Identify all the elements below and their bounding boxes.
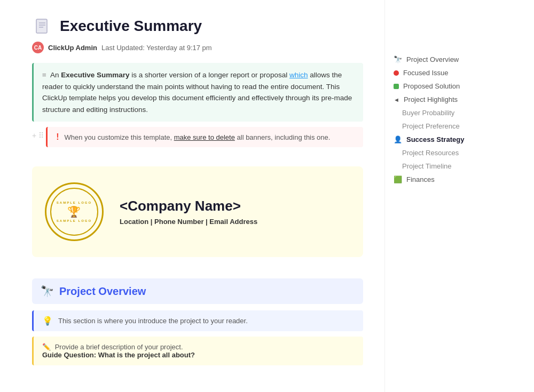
company-info: <Company Name> Location | Phone Number |…	[120, 198, 257, 226]
guide-icon: ✏️	[42, 343, 51, 351]
proposed-solution-square	[394, 84, 399, 89]
success-strategy-icon: 👤	[394, 135, 402, 143]
company-details: Location | Phone Number | Email Address	[120, 218, 257, 226]
sidebar-label-focused-issue: Focused Issue	[403, 69, 449, 77]
warning-icon: !	[56, 132, 59, 142]
author-name: ClickUp Admin	[48, 44, 97, 52]
sidebar-label-finances: Finances	[406, 175, 435, 183]
info-banner-icon: ≡	[42, 71, 46, 79]
row-drag-icon[interactable]: ⠿	[38, 131, 44, 140]
bold-text: Executive Summary	[61, 71, 129, 79]
section-header: 🔭 Project Overview	[32, 278, 363, 304]
section-note: 💡 This section is where you introduce th…	[32, 310, 363, 331]
row-add-icon[interactable]: +	[32, 131, 36, 140]
finances-icon: 🟩	[394, 175, 402, 183]
logo-text-bottom: SAMPLE LOGO	[57, 219, 92, 222]
project-overview-section: 🔭 Project Overview 💡 This section is whe…	[32, 278, 363, 365]
guide-box: ✏️ Provide a brief description of your p…	[32, 337, 363, 365]
sidebar-item-focused-issue[interactable]: Focused Issue	[390, 67, 488, 79]
sidebar-item-project-overview[interactable]: 🔭 Project Overview	[390, 53, 488, 66]
focused-issue-dot	[394, 70, 399, 76]
info-banner: ≡ An Executive Summary is a shorter vers…	[32, 63, 363, 122]
sidebar-item-project-timeline[interactable]: Project Timeline	[390, 160, 488, 172]
sidebar-item-finances[interactable]: 🟩 Finances	[390, 173, 488, 186]
sidebar-item-project-highlights[interactable]: ◄ Project Highlights	[390, 93, 488, 106]
sidebar-label-success-strategy: Success Strategy	[406, 135, 464, 143]
sidebar-label-project-resources: Project Resources	[402, 149, 459, 157]
sidebar-label-proposed-solution: Proposed Solution	[403, 82, 460, 90]
sidebar-label-project-preference: Project Preference	[402, 122, 460, 130]
section-icon: 🔭	[41, 285, 54, 298]
sidebar-item-buyer-probability[interactable]: Buyer Probability	[390, 107, 488, 119]
sidebar-label-project-highlights: Project Highlights	[404, 95, 458, 103]
sidebar-item-proposed-solution[interactable]: Proposed Solution	[390, 80, 488, 92]
sidebar: 🔭 Project Overview Focused Issue Propose…	[384, 0, 497, 392]
sidebar-label-buyer-probability: Buyer Probability	[402, 109, 454, 117]
note-text: This section is where you introduce the …	[58, 317, 248, 325]
doc-header: Executive Summary	[32, 16, 363, 36]
sidebar-label-project-overview: Project Overview	[406, 55, 459, 63]
last-updated: Last Updated: Yesterday at 9:17 pm	[101, 44, 212, 52]
logo-text-top: SAMPLE LOGO	[57, 201, 92, 204]
project-overview-icon: 🔭	[394, 55, 402, 63]
warning-banner: ! When you customize this template, make…	[46, 127, 363, 147]
guide-text: Provide a brief description of your proj…	[55, 343, 183, 351]
doc-icon	[32, 16, 52, 36]
sidebar-item-project-resources[interactable]: Project Resources	[390, 147, 488, 159]
svg-rect-0	[36, 19, 47, 33]
sidebar-label-project-timeline: Project Timeline	[402, 162, 451, 170]
note-icon: 💡	[42, 316, 53, 326]
delete-link[interactable]: make sure to delete	[174, 133, 235, 141]
warning-text: When you customize this template, make s…	[65, 133, 331, 141]
section-title: Project Overview	[59, 285, 146, 298]
avatar: CA	[32, 42, 44, 53]
company-name[interactable]: <Company Name>	[120, 198, 257, 214]
logo-crown-icon: 🏆	[67, 205, 81, 218]
which-link[interactable]: which	[289, 71, 308, 79]
company-logo: SAMPLE LOGO 🏆 SAMPLE LOGO	[45, 182, 104, 241]
page-title: Executive Summary	[60, 18, 202, 35]
project-highlights-icon: ◄	[394, 97, 399, 103]
sidebar-item-project-preference[interactable]: Project Preference	[390, 120, 488, 132]
sidebar-item-success-strategy[interactable]: 👤 Success Strategy	[390, 133, 488, 146]
guide-bold: Guide Question: What is the project all …	[42, 351, 195, 359]
company-card: SAMPLE LOGO 🏆 SAMPLE LOGO <Company Name>…	[32, 166, 363, 257]
doc-meta: CA ClickUp Admin Last Updated: Yesterday…	[32, 42, 363, 53]
